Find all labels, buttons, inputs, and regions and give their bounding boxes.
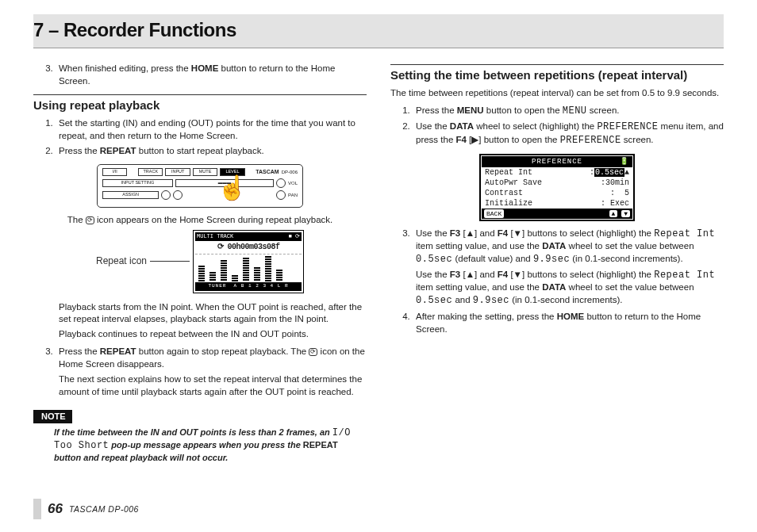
knob-icon (276, 190, 286, 200)
chapter-title: 7 – Recorder Functions (33, 19, 236, 40)
preference-screen: PREFERENCE 🔋 Repeat Int:0.5sec▲ AutoPwr … (479, 154, 635, 221)
page-number: 66 (48, 501, 63, 517)
screen-figure-row: Repeat icon MULTI TRACK ■ ⟳ ⟳ 00h00m03s0… (33, 230, 367, 293)
repeat-step-3: Press the REPEAT button again to stop re… (33, 346, 367, 398)
device-panel: I/II TRACK INPUT MUTE LEVEL TASCAM DP-00… (97, 164, 303, 208)
interval-step-3: Use the F3 [▲] and F4 [▼] buttons to sel… (413, 228, 724, 308)
interval-step-2: Use the DATA wheel to select (highlight)… (413, 121, 724, 147)
repeat-paragraphs: Playback starts from the IN point. When … (59, 301, 367, 342)
level-meters (195, 254, 302, 281)
device-figure: I/II TRACK INPUT MUTE LEVEL TASCAM DP-00… (33, 164, 367, 208)
finish-edit-steps: When finished editing, press the HOME bu… (33, 63, 367, 88)
pointer-line-icon (150, 261, 190, 262)
interval-steps-3-4: Use the F3 [▲] and F4 [▼] buttons to sel… (390, 228, 724, 336)
step-stop-repeat: Press the REPEAT button again to stop re… (56, 346, 367, 398)
section-divider (390, 64, 724, 65)
home-screen-figure: MULTI TRACK ■ ⟳ ⟳ 00h00m03s08f (193, 230, 304, 293)
repeat-icon-caption: The ⟳ icon appears on the Home Screen du… (33, 214, 367, 227)
right-column: Setting the time between repetitions (re… (390, 58, 724, 464)
section-divider (33, 94, 367, 95)
section-repeat-interval: Setting the time between repetitions (re… (390, 68, 724, 82)
interval-step-4: After making the setting, press the HOME… (413, 311, 724, 336)
knob-icon (161, 190, 171, 200)
repeat-icon: ⟳ (309, 348, 317, 356)
repeat-icon: ⟳ (86, 216, 94, 224)
left-column: When finished editing, press the HOME bu… (33, 58, 367, 464)
knob-icon (173, 190, 183, 200)
battery-icon: 🔋 (620, 157, 629, 166)
interval-step-1: Press the MENU button to open the MENU s… (413, 105, 724, 118)
repeat-icon-label: Repeat icon (96, 255, 147, 268)
step-finish-edit: When finished editing, press the HOME bu… (56, 63, 367, 88)
note-label: NOTE (33, 410, 72, 423)
interval-steps-1-2: Press the MENU button to open the MENU s… (390, 105, 724, 147)
chapter-header: 7 – Recorder Functions (33, 14, 724, 48)
repeat-step-2: Press the REPEAT button to start repeat … (56, 145, 367, 158)
page-footer: 66 TASCAM DP-006 (33, 499, 139, 519)
interval-intro: The time between repetitions (repeat int… (390, 87, 724, 100)
footer-model: TASCAM DP-006 (69, 504, 139, 514)
content-columns: When finished editing, press the HOME bu… (33, 58, 724, 464)
section-using-repeat: Using repeat playback (33, 98, 367, 113)
knob-icon (276, 178, 286, 188)
preference-screen-figure: PREFERENCE 🔋 Repeat Int:0.5sec▲ AutoPwr … (390, 154, 724, 221)
footer-accent-bar (33, 499, 41, 519)
repeat-steps-1-2: Set the starting (IN) and ending (OUT) p… (33, 117, 367, 159)
repeat-step-1: Set the starting (IN) and ending (OUT) p… (56, 117, 367, 143)
manual-page: 7 – Recorder Functions When finished edi… (0, 0, 757, 532)
note-body: If the time between the IN and OUT point… (54, 427, 367, 464)
